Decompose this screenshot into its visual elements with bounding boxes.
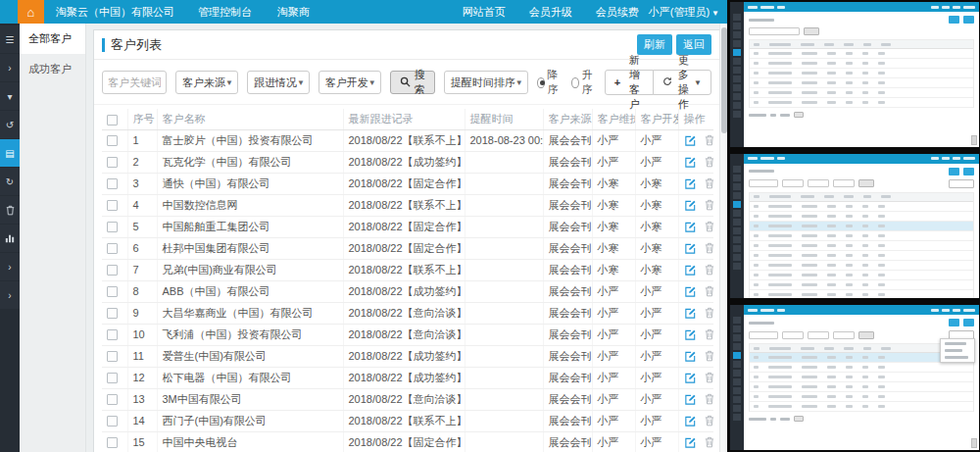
edit-icon[interactable] [684,328,697,341]
row-checkbox[interactable] [107,157,118,168]
row-checkbox[interactable] [107,329,118,340]
table-row[interactable]: 12 松下电器（中国）有限公司 2018/08/22【成功签约】 展会会刊 小严… [102,367,713,388]
row-checkbox[interactable] [107,437,118,448]
topnav-right-item-1[interactable]: 网站首页 [463,5,506,20]
edit-icon[interactable] [684,285,697,298]
sort-desc-radio[interactable]: 降序 [537,68,562,97]
back-button[interactable]: 返回 [676,34,711,55]
cell-index: 1 [127,129,157,151]
delete-icon[interactable] [705,221,714,232]
delete-icon[interactable] [705,264,714,276]
chevron-down-icon[interactable]: ▾ [0,82,20,110]
edit-icon[interactable] [684,372,697,384]
user-menu[interactable]: 小严(管理员)▼ [649,5,719,20]
row-checkbox[interactable] [107,222,118,232]
table-row[interactable]: 11 爱普生(中国)有限公司 2018/08/22【成功签约】 展会会刊 小严 … [102,345,713,367]
history-icon[interactable]: ↺ [0,111,20,138]
delete-icon[interactable] [705,307,714,319]
table-row[interactable]: 1 富士胶片（中国）投资有限公司 2018/08/22【联系不上】 2018-0… [102,129,713,151]
row-checkbox[interactable] [107,373,118,383]
delete-icon[interactable] [705,436,714,448]
develop-select[interactable]: 客户开发▼ [318,71,381,94]
chevron-right-icon[interactable]: › [0,54,20,81]
followup-select[interactable]: 跟进情况▼ [247,71,310,94]
topnav-right-item-2[interactable]: 会员升级 [529,5,572,20]
delete-icon[interactable] [705,242,714,254]
row-checkbox[interactable] [107,200,118,211]
table-row[interactable]: 14 西门子(中国)有限公司 2018/08/22【联系不上】 展会会刊 小严 … [102,410,713,431]
delete-icon[interactable] [705,350,714,362]
table-row[interactable]: 2 瓦克化学（中国）有限公司 2018/08/22【成功签约】 展会会刊 小严 … [102,151,713,173]
chevron-right-icon-2[interactable]: › [0,253,20,280]
table-row[interactable]: 3 通快（中国）有限公司 2018/08/22【固定合作】 展会会刊 小寒 小寒 [102,173,713,194]
customer-list-icon[interactable]: ▤ [0,139,20,167]
edit-icon[interactable] [684,177,697,190]
delete-icon[interactable] [705,372,714,383]
row-checkbox[interactable] [107,286,118,297]
row-checkbox[interactable] [107,178,118,189]
cell-index: 10 [127,324,157,345]
table-row[interactable]: 6 杜邦中国集团有限公司 2018/08/22【固定合作】 展会会刊 小寒 小寒 [102,237,713,259]
cell-maintainer: 小严 [592,388,635,410]
search-button[interactable]: 搜索 [390,71,435,94]
table-row[interactable]: 9 大昌华嘉商业（中国）有限公司 2018/08/22【意向洽谈】 展会会刊 小… [102,302,713,324]
refresh-button[interactable]: 刷新 [637,34,672,55]
delete-icon[interactable] [705,393,714,405]
submenu-item[interactable]: 成功客户 [20,54,85,84]
keyword-input[interactable] [102,71,167,94]
delete-icon[interactable] [705,156,714,168]
delete-icon[interactable] [705,134,714,146]
add-customer-button[interactable]: +新增客户 [605,70,655,95]
edit-icon[interactable] [684,264,697,276]
delete-icon[interactable] [705,328,714,340]
table-row[interactable]: 15 中国中央电视台 2018/08/22【固定合作】 展会会刊 小严 小严 [102,431,713,452]
cell-maintainer: 小严 [592,324,635,345]
edit-icon[interactable] [684,393,697,406]
topnav-left-item-1[interactable]: 管理控制台 [198,5,252,20]
edit-icon[interactable] [684,221,697,233]
row-checkbox[interactable] [107,243,118,254]
menu-icon[interactable]: ☰ [0,25,20,53]
open-dropdown-menu [940,338,975,363]
home-icon[interactable]: ⌂ [18,0,44,24]
sort-asc-radio[interactable]: 升序 [571,68,596,97]
scrollbar-thumb[interactable] [721,27,727,133]
delete-icon[interactable] [705,285,714,297]
stats-icon[interactable] [0,225,20,252]
table-row[interactable]: 8 ABB（中国）有限公司 2018/08/22【成功签约】 展会会刊 小严 小… [102,280,713,302]
edit-icon[interactable] [684,415,697,427]
table-row[interactable]: 10 飞利浦（中国）投资有限公司 2018/08/22【意向洽谈】 展会会刊 小… [102,324,713,345]
edit-icon[interactable] [684,436,697,449]
topnav-left-item-2[interactable]: 淘聚商 [277,5,310,20]
delete-icon[interactable] [705,415,714,427]
source-select[interactable]: 客户来源▼ [175,71,238,94]
edit-icon[interactable] [684,199,697,212]
edit-icon[interactable] [684,156,697,169]
table-row[interactable]: 4 中国数控信息网 2018/08/22【联系不上】 展会会刊 小寒 小寒 [102,194,713,216]
trash-icon[interactable] [0,196,20,224]
edit-icon[interactable] [684,242,697,255]
row-checkbox[interactable] [107,351,118,362]
more-actions-button[interactable]: 更多操作▼ [653,70,711,95]
chevron-right-icon-3[interactable]: › [0,281,20,309]
edit-icon[interactable] [684,134,697,147]
topnav-right-item-3[interactable]: 会员续费 [596,5,639,20]
edit-icon[interactable] [684,307,697,320]
remind-sort-select[interactable]: 提醒时间排序▼ [444,71,528,94]
delete-icon[interactable] [705,199,714,211]
row-checkbox[interactable] [107,135,118,146]
column-header: 最新跟进记录 [343,109,465,129]
row-checkbox[interactable] [107,416,118,427]
edit-icon[interactable] [684,350,697,363]
row-checkbox[interactable] [107,265,118,276]
main-scrollbar[interactable] [719,24,727,452]
delete-icon[interactable] [705,177,714,189]
select-all-checkbox[interactable] [107,115,118,126]
row-checkbox[interactable] [107,308,118,319]
table-row[interactable]: 13 3M中国有限公司 2018/08/22【意向洽谈】 展会会刊 小严 小严 [102,388,713,410]
row-checkbox[interactable] [107,394,118,405]
redo-icon[interactable]: ↻ [0,168,20,195]
table-row[interactable]: 7 兄弟(中国)商业有限公司 2018/08/22【联系不上】 展会会刊 小寒 … [102,259,713,280]
submenu-item[interactable]: 全部客户 [20,24,85,54]
table-row[interactable]: 5 中国船舶重工集团公司 2018/08/22【固定合作】 展会会刊 小寒 小寒 [102,216,713,237]
